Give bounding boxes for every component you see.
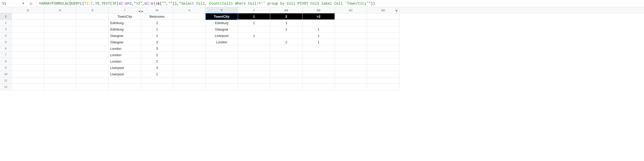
cell-AC4[interactable]	[335, 33, 367, 39]
cell-AC2[interactable]	[335, 20, 367, 26]
cell-W8[interactable]: 2	[141, 58, 173, 65]
cell-S1[interactable]	[76, 13, 109, 20]
cell-S12[interactable]	[76, 84, 109, 90]
cell-AA5[interactable]: 2	[270, 39, 303, 45]
cell-Y11[interactable]	[206, 77, 238, 84]
cell-S5[interactable]	[76, 39, 109, 45]
cell-AC12[interactable]	[335, 84, 367, 90]
cell-AD2[interactable]	[367, 20, 399, 26]
cell-Y8[interactable]	[206, 58, 238, 65]
cell-Q6[interactable]	[12, 45, 44, 52]
cell-Z1[interactable]: 1	[238, 13, 270, 20]
name-box-dropdown[interactable]	[21, 0, 26, 7]
cell-AB6[interactable]	[303, 45, 335, 52]
cell-T7[interactable]: London	[109, 52, 141, 58]
column-header-AC[interactable]: AC	[335, 7, 367, 13]
cell-Y7[interactable]	[206, 52, 238, 58]
cell-AB5[interactable]: 1	[303, 39, 335, 45]
cell-Q5[interactable]	[12, 39, 44, 45]
name-box[interactable]: Y1	[0, 0, 21, 7]
cell-AC8[interactable]	[335, 58, 367, 65]
cell-T8[interactable]: London	[109, 58, 141, 65]
cell-AA7[interactable]	[270, 52, 303, 58]
cell-AB3[interactable]: 1	[303, 26, 335, 33]
cell-AA1[interactable]: 2	[270, 13, 303, 20]
cell-AA6[interactable]	[270, 45, 303, 52]
cell-AD5[interactable]	[367, 39, 399, 45]
row-header-12[interactable]: 12	[0, 84, 12, 90]
cell-Z11[interactable]	[238, 77, 270, 84]
column-header-T[interactable]: T◀	[109, 7, 141, 13]
cell-S2[interactable]	[76, 20, 109, 26]
row-header-8[interactable]: 8	[0, 58, 12, 65]
cell-S10[interactable]	[76, 71, 109, 77]
cell-R7[interactable]	[44, 52, 76, 58]
cell-S8[interactable]	[76, 58, 109, 65]
cell-AA8[interactable]	[270, 58, 303, 65]
cell-AD11[interactable]	[367, 77, 399, 84]
column-header-W[interactable]: W▶	[141, 7, 173, 13]
cell-T11[interactable]	[109, 77, 141, 84]
cell-S4[interactable]	[76, 33, 109, 39]
cell-Z3[interactable]	[238, 26, 270, 33]
cell-AB2[interactable]	[303, 20, 335, 26]
cell-Z8[interactable]	[238, 58, 270, 65]
cell-Q4[interactable]	[12, 33, 44, 39]
cell-T1[interactable]: Town/City	[109, 13, 141, 20]
cell-Q7[interactable]	[12, 52, 44, 58]
cell-R10[interactable]	[44, 71, 76, 77]
cell-X7[interactable]	[173, 52, 206, 58]
cell-AA10[interactable]	[270, 71, 303, 77]
cell-X6[interactable]	[173, 45, 206, 52]
row-header-5[interactable]: 5	[0, 39, 12, 45]
column-header-Y[interactable]: Y	[206, 7, 238, 13]
cell-AA3[interactable]: 1	[270, 26, 303, 33]
cell-AA4[interactable]	[270, 33, 303, 39]
cell-Q11[interactable]	[12, 77, 44, 84]
cell-AD12[interactable]	[367, 84, 399, 90]
cell-X11[interactable]	[173, 77, 206, 84]
cell-R4[interactable]	[44, 33, 76, 39]
row-header-1[interactable]: 1	[0, 13, 12, 20]
fill-handle[interactable]	[237, 19, 238, 20]
cell-S3[interactable]	[76, 26, 109, 33]
column-header-Q[interactable]: Q	[12, 7, 44, 13]
cell-Q2[interactable]	[12, 20, 44, 26]
cell-X1[interactable]	[173, 13, 206, 20]
cell-Y5[interactable]: London	[206, 39, 238, 45]
cell-AC5[interactable]	[335, 39, 367, 45]
cell-Z9[interactable]	[238, 65, 270, 71]
cell-X10[interactable]	[173, 71, 206, 77]
cell-Q3[interactable]	[12, 26, 44, 33]
cell-X4[interactable]	[173, 33, 206, 39]
cell-W6[interactable]: 3	[141, 45, 173, 52]
cell-T12[interactable]	[109, 84, 141, 90]
column-header-X[interactable]: X	[173, 7, 206, 13]
cell-AD4[interactable]	[367, 33, 399, 39]
cell-Z10[interactable]	[238, 71, 270, 77]
cell-S11[interactable]	[76, 77, 109, 84]
cell-X12[interactable]	[173, 84, 206, 90]
row-header-9[interactable]: 9	[0, 65, 12, 71]
cell-AB4[interactable]: 1	[303, 33, 335, 39]
cell-Y1[interactable]: Town/City	[206, 13, 238, 20]
cell-W5[interactable]: 3	[141, 39, 173, 45]
row-header-10[interactable]: 10	[0, 71, 12, 77]
cell-Y6[interactable]	[206, 45, 238, 52]
cell-AB9[interactable]	[303, 65, 335, 71]
cell-AA11[interactable]	[270, 77, 303, 84]
cell-Y12[interactable]	[206, 84, 238, 90]
row-header-4[interactable]: 4	[0, 33, 12, 39]
cell-Q8[interactable]	[12, 58, 44, 65]
cell-AA2[interactable]: 1	[270, 20, 303, 26]
cell-AC9[interactable]	[335, 65, 367, 71]
cell-X2[interactable]	[173, 20, 206, 26]
cell-R8[interactable]	[44, 58, 76, 65]
cell-AC1[interactable]	[335, 13, 367, 20]
cell-W4[interactable]: 2	[141, 33, 173, 39]
cell-AB8[interactable]	[303, 58, 335, 65]
cell-Z2[interactable]: 1	[238, 20, 270, 26]
cell-Y2[interactable]: Edinburg	[206, 20, 238, 26]
cell-T10[interactable]: Liverpool	[109, 71, 141, 77]
cell-R12[interactable]	[44, 84, 76, 90]
